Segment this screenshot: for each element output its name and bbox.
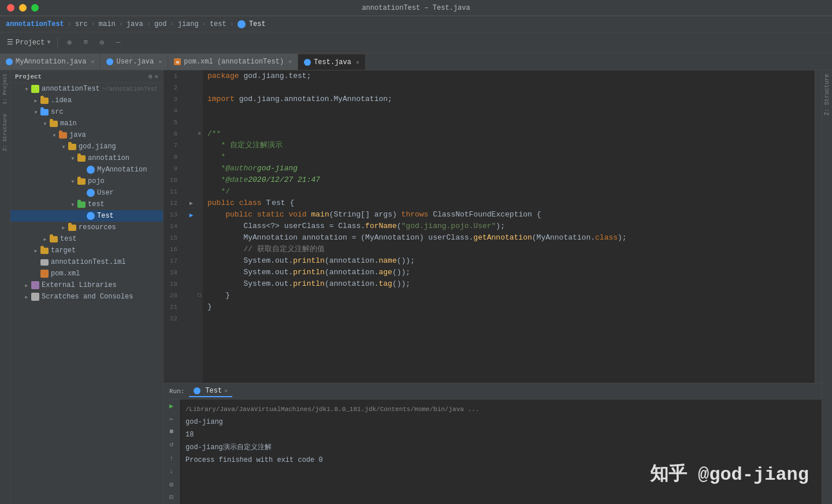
tree-item-pojo[interactable]: pojo: [10, 176, 163, 187]
tree-item-pom[interactable]: pom.xml: [10, 268, 163, 279]
breadcrumb-item-main[interactable]: main: [99, 20, 116, 28]
code-line-19: System.out.println(annotation.tag());: [207, 278, 815, 290]
tab-close-myannotation[interactable]: ✕: [91, 58, 94, 65]
code-editor[interactable]: 1 2 3 4 5 6 7 8 9 10 11 12 13 14 15 16 1: [164, 70, 822, 383]
library-icon: [31, 281, 39, 289]
tree-arrow-src: [31, 107, 40, 117]
tree-arrow-pom: [31, 269, 40, 278]
fold-16: [196, 244, 203, 255]
folder-icon-test-src: [50, 236, 58, 242]
breadcrumb-item-active[interactable]: Test: [249, 20, 266, 28]
run-wrap[interactable]: ⊡: [165, 492, 178, 502]
folder-icon-java: [59, 132, 67, 139]
breadcrumb-item-java[interactable]: java: [127, 20, 143, 28]
code-line-11: */: [207, 186, 815, 197]
fold-19: [196, 278, 203, 290]
breadcrumb-item-jiang[interactable]: jiang: [178, 20, 199, 28]
fold-20[interactable]: □: [196, 290, 203, 301]
tree-item-iml[interactable]: annotationTest.iml: [10, 256, 163, 268]
tree-item-external-libs[interactable]: External Libraries: [10, 279, 163, 291]
tree-label-idea: .idea: [51, 96, 72, 104]
line-num-10: 10: [164, 174, 182, 186]
line-num-16: 16: [164, 244, 182, 255]
tab-myannotation[interactable]: MyAnnotation.java ✕: [0, 54, 101, 70]
run-edit-button[interactable]: ✏: [165, 415, 178, 424]
run-settings[interactable]: ⚙: [165, 480, 178, 489]
tree-item-myannotation[interactable]: MyAnnotation: [10, 164, 163, 176]
tab-label-myannotation: MyAnnotation.java: [16, 58, 86, 66]
structure-strip-label[interactable]: Z: Structure: [2, 114, 8, 151]
close-button[interactable]: [7, 4, 14, 12]
tree-item-idea[interactable]: .idea: [10, 95, 163, 106]
tree-item-src[interactable]: src: [10, 106, 163, 118]
tree-item-resources[interactable]: resources: [10, 222, 163, 233]
tab-close-pomxml[interactable]: ✕: [288, 58, 292, 65]
tab-pomxml[interactable]: m pom.xml (annotationTest) ✕: [168, 54, 298, 70]
tree-item-root[interactable]: annotationTest ~/annotationTest: [10, 83, 163, 95]
gutter-9: [187, 163, 196, 174]
tree-item-annotation[interactable]: annotation: [10, 152, 163, 164]
run-tab-close[interactable]: ✕: [224, 387, 228, 394]
minimize-button[interactable]: [19, 4, 27, 12]
minimize-panel-button[interactable]: —: [111, 36, 125, 50]
gutter-11: [187, 186, 196, 197]
run-tab-test[interactable]: Test ✕: [189, 386, 232, 397]
tab-test[interactable]: Test.java ✕: [298, 54, 366, 70]
tree-item-java[interactable]: java: [10, 129, 163, 141]
project-selector[interactable]: ☰ Project ▼: [5, 38, 53, 47]
project-strip-label[interactable]: 1: Project: [2, 73, 8, 104]
tree-label-src: src: [51, 108, 64, 116]
run-scroll-down[interactable]: ↓: [165, 467, 178, 476]
structure-label[interactable]: Z: Structure: [824, 70, 830, 119]
gutter-12: ▶: [187, 197, 196, 209]
tree-item-scratches[interactable]: Scratches and Consoles: [10, 291, 163, 303]
gutter-14: [187, 221, 196, 232]
run-rerun-button[interactable]: ↺: [165, 440, 178, 449]
folder-icon-resources: [68, 225, 76, 231]
tree-item-user[interactable]: User: [10, 187, 163, 199]
xml-icon-pom: [40, 270, 49, 278]
layout-button[interactable]: ≡: [79, 36, 92, 50]
tree-item-god-jiang[interactable]: god.jiang: [10, 141, 163, 152]
sidebar-action-close[interactable]: ✕: [154, 73, 158, 80]
maximize-button[interactable]: [31, 4, 39, 12]
code-content[interactable]: package god.jiang.test; import god.jiang…: [203, 70, 815, 383]
code-line-17: System.out.println(annotation.name());: [207, 255, 815, 267]
tree-item-test-src[interactable]: test: [10, 233, 163, 245]
tab-user[interactable]: User.java ✕: [101, 54, 168, 70]
tree-label-test-file: Test: [97, 212, 114, 220]
tree-item-target[interactable]: target: [10, 245, 163, 256]
line-num-7: 7: [164, 140, 182, 151]
run-scroll-up[interactable]: ↑: [165, 455, 178, 464]
tree-item-main[interactable]: main: [10, 118, 163, 129]
breadcrumb-item-src[interactable]: src: [75, 20, 88, 28]
tree-item-test-folder[interactable]: test: [10, 199, 163, 210]
window-controls[interactable]: [7, 4, 39, 12]
code-line-8: *: [207, 151, 815, 163]
collapse-button[interactable]: ⊖: [95, 36, 109, 50]
tab-close-test[interactable]: ✕: [356, 59, 359, 66]
sync-button[interactable]: ⊕: [62, 36, 76, 50]
line-num-19: 19: [164, 278, 182, 290]
breadcrumb-item-project[interactable]: annotationTest: [6, 20, 64, 28]
tab-close-user[interactable]: ✕: [158, 58, 162, 65]
run-play-button[interactable]: ▶: [165, 402, 178, 411]
gutter-2: [187, 82, 196, 94]
test-java-icon: [304, 59, 311, 66]
sidebar-action-gear[interactable]: ⚙: [148, 73, 153, 80]
code-line-5: [207, 117, 815, 128]
tree-label-god-jiang: god.jiang: [79, 143, 116, 151]
tree-item-test-file[interactable]: Test: [10, 210, 163, 222]
fold-10: [196, 174, 203, 186]
gutter-13[interactable]: ▶: [187, 209, 196, 221]
tree-label-main: main: [60, 120, 77, 128]
breadcrumb-item-test[interactable]: test: [210, 20, 226, 28]
line-num-11: 11: [164, 186, 182, 197]
line-num-13: 13: [164, 209, 182, 221]
breadcrumb-item-god[interactable]: god: [154, 20, 167, 28]
tree-label-scratches: Scratches and Consoles: [42, 293, 133, 301]
tree-subtitle-root: ~/annotationTest: [102, 86, 158, 92]
fold-6[interactable]: ≡: [196, 128, 203, 140]
run-toolbar: ▶ ✏ ■ ↺ ↑ ↓ ⚙ ⊡: [164, 400, 180, 504]
run-stop-button[interactable]: ■: [165, 427, 178, 436]
